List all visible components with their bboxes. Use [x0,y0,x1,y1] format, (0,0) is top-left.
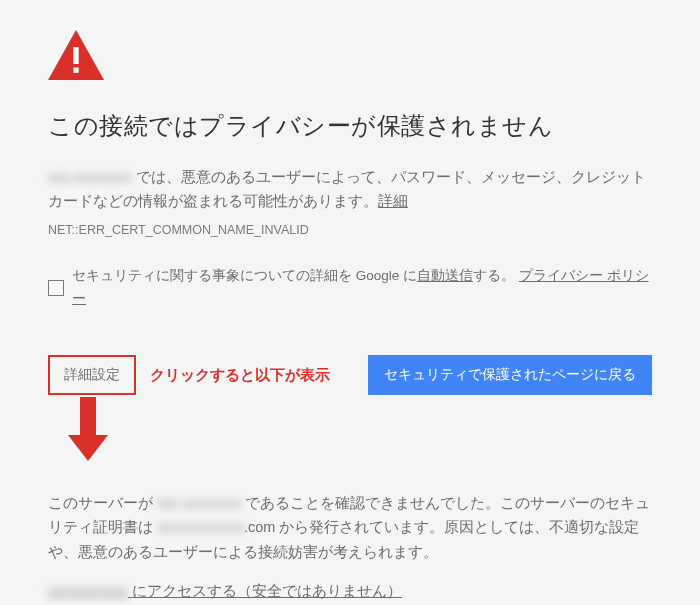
redacted-domain: xxx.xxxxxxxx [48,169,132,185]
warning-icon-row [48,30,652,80]
warning-triangle-icon [48,30,104,80]
back-to-safety-button[interactable]: セキュリティで保護されたページに戻る [368,355,652,395]
svg-rect-2 [73,68,78,73]
auto-send-link[interactable]: 自動送信 [417,268,473,283]
optin-text: セキュリティに関する事象についての詳細を Google に自動送信する。 プライ… [72,265,652,311]
button-row: 詳細設定 クリックすると以下が表示 セキュリティで保護されたページに戻る [48,355,652,395]
learn-more-link[interactable]: 詳細 [378,193,408,209]
optin-pre: セキュリティに関する事象についての詳細を Google に [72,268,417,283]
error-code: NET::ERR_CERT_COMMON_NAME_INVALID [48,220,652,241]
proceed-link[interactable]: にアクセスする（安全ではありません） [128,583,402,599]
optin-row: セキュリティに関する事象についての詳細を Google に自動送信する。 プライ… [48,265,652,311]
optin-post: する。 [473,268,515,283]
down-arrow-icon [68,397,108,461]
optin-checkbox[interactable] [48,280,64,296]
description-text: では、悪意のあるユーザーによって、パスワード、メッセージ、クレジット カードなど… [48,169,646,210]
details-redacted-1: xxx.xxxxxxxx [157,495,241,511]
advanced-button[interactable]: 詳細設定 [48,355,136,395]
annotation-text: クリックすると以下が表示 [150,362,330,388]
description: xxx.xxxxxxxx では、悪意のあるユーザーによって、パスワード、メッセー… [48,165,652,214]
svg-rect-1 [73,47,78,64]
proceed-redacted: xxxxxxxxxxx [48,583,128,599]
details-text-1: このサーバーが [48,495,157,511]
page-heading: この接続ではプライバシーが保護されません [48,106,652,147]
svg-rect-3 [80,397,96,437]
advanced-details: このサーバーが xxx.xxxxxxxx であることを確認できませんでした。この… [48,491,652,565]
svg-marker-4 [68,435,108,461]
details-redacted-2: xxxxxxxxxxxx [157,519,244,535]
proceed-row: xxxxxxxxxxx にアクセスする（安全ではありません） [48,579,652,604]
down-arrow-annotation [68,397,652,469]
